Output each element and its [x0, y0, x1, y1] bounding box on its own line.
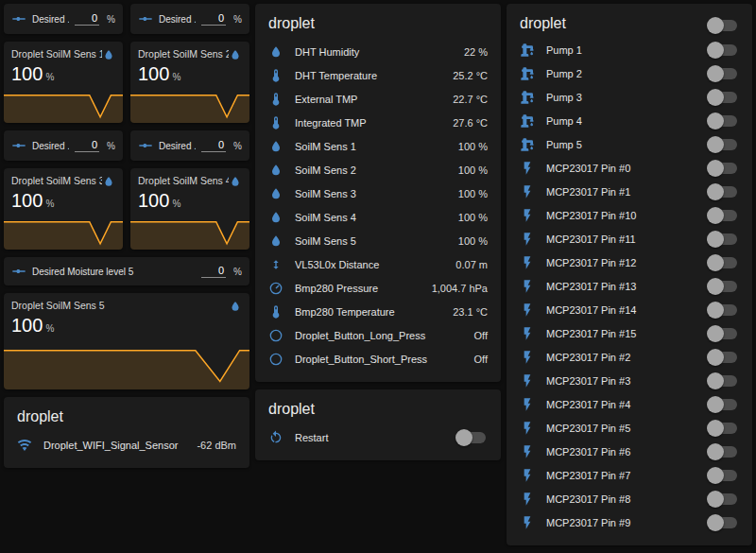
entity-value: 22 % [464, 46, 488, 58]
entity-name: DHT Temperature [295, 70, 441, 81]
flash-icon [520, 421, 535, 436]
toggle-switch[interactable] [709, 257, 737, 268]
entity-name: MCP23017 Pin #0 [546, 163, 697, 174]
entity-row[interactable]: DHT Temperature 25.2 °C [268, 63, 488, 87]
entity-row[interactable]: SoilM Sens 3 100 % [268, 181, 488, 205]
toggle-switch[interactable] [457, 432, 486, 443]
desired-value-input[interactable]: 0 [75, 12, 99, 26]
switch-row[interactable]: Pump 5 [520, 132, 739, 156]
entity-row[interactable]: Bmp280 Temperature 23.1 °C [268, 300, 488, 323]
toggle-switch[interactable] [709, 281, 737, 292]
desired-value-input[interactable]: 0 [201, 139, 226, 152]
circle-outline-icon [268, 352, 284, 367]
toggle-switch[interactable] [709, 139, 737, 150]
entity-row[interactable]: Droplet_Button_Short_Press Off [268, 347, 488, 371]
toggle-switch[interactable] [709, 233, 737, 245]
toggle-switch[interactable] [709, 210, 737, 221]
soilm-sensor-card-5[interactable]: Droplet SoilM Sens 5 100% [4, 293, 249, 389]
toggle-switch[interactable] [709, 44, 737, 56]
toggle-switch[interactable] [709, 163, 737, 174]
switch-row[interactable]: MCP23017 Pin #1 [520, 180, 739, 203]
toggle-switch[interactable] [709, 517, 737, 528]
desired-value-input[interactable]: 0 [201, 265, 226, 278]
switch-row[interactable]: MCP23017 Pin #11 [520, 227, 739, 251]
entity-name: MCP23017 Pin #4 [546, 399, 697, 410]
toggle-knob [707, 207, 724, 224]
switch-row[interactable]: Pump 3 [520, 85, 739, 109]
switch-row[interactable]: MCP23017 Pin #12 [520, 251, 739, 274]
entity-value: 100 % [458, 212, 488, 223]
sensor-value: 100% [4, 313, 249, 337]
sensor-row-2: Droplet SoilM Sens 3 100% Droplet SoilM … [4, 168, 249, 250]
switch-row[interactable]: Pump 4 [520, 109, 739, 132]
switch-row[interactable]: MCP23017 Pin #8 [520, 487, 739, 510]
entity-value: 100 % [458, 235, 488, 247]
switch-row[interactable]: Pump 1 [520, 38, 739, 61]
soilm-sensor-card-2[interactable]: Droplet SoilM Sens 2 100% [130, 42, 249, 123]
arrow-expand-vertical-icon [268, 257, 284, 272]
switch-row[interactable]: MCP23017 Pin #6 [520, 440, 739, 463]
entity-name: MCP23017 Pin #11 [546, 233, 697, 245]
toggle-switch[interactable] [709, 328, 737, 339]
desired-value-input[interactable]: 0 [75, 139, 99, 152]
toggle-switch[interactable] [709, 493, 737, 505]
switch-row[interactable]: MCP23017 Pin #0 [520, 156, 739, 180]
sensor-card-header: Droplet SoilM Sens 1 [4, 42, 123, 61]
soilm-sensor-card-4[interactable]: Droplet SoilM Sens 4 100% [130, 168, 249, 250]
toggle-switch[interactable] [709, 423, 737, 434]
entity-row[interactable]: Restart [268, 425, 488, 449]
desired-moisture-card-5: Desired Moisture level 5 0 % [4, 257, 249, 285]
switch-row[interactable]: MCP23017 Pin #3 [520, 369, 739, 392]
toggle-switch[interactable] [709, 470, 737, 481]
flash-icon [520, 184, 535, 199]
entity-row[interactable]: Droplet_Button_Long_Press Off [268, 323, 488, 347]
ray-vertex-icon [138, 11, 153, 26]
entity-row[interactable]: Droplet_WIFI_Signal_Sensor -62 dBm [17, 433, 236, 457]
entity-row[interactable]: SoilM Sens 4 100 % [268, 205, 488, 229]
toggle-switch[interactable] [709, 446, 737, 458]
sensor-row-1: Droplet SoilM Sens 1 100% Droplet SoilM … [4, 42, 249, 123]
toggle-switch[interactable] [709, 115, 737, 127]
entity-row[interactable]: External TMP 22.7 °C [268, 87, 488, 111]
toggle-switch[interactable] [709, 375, 737, 387]
desired-value-input[interactable]: 0 [201, 12, 226, 26]
entity-row[interactable]: SoilM Sens 5 100 % [268, 229, 488, 252]
switch-row[interactable]: MCP23017 Pin #5 [520, 416, 739, 440]
toggle-switch[interactable] [709, 68, 737, 79]
switch-row[interactable]: MCP23017 Pin #9 [520, 510, 739, 534]
entity-row[interactable]: Bmp280 Pressure 1,004.7 hPa [268, 276, 488, 300]
entity-row[interactable]: VL53L0x Distance 0.07 m [268, 252, 488, 276]
soilm-sensor-card-3[interactable]: Droplet SoilM Sens 3 100% [4, 168, 123, 250]
entity-name: External TMP [295, 94, 441, 105]
entity-row[interactable]: DHT Humidity 22 % [268, 40, 488, 63]
switch-row[interactable]: MCP23017 Pin #15 [520, 321, 739, 345]
droplet-switches-card: droplet Pump 1 Pump 2 [507, 4, 752, 545]
entity-row[interactable]: Integrated TMP 27.6 °C [268, 111, 488, 134]
switch-row[interactable]: MCP23017 Pin #13 [520, 274, 739, 298]
card-header: droplet [520, 13, 739, 38]
toggle-switch[interactable] [709, 92, 737, 103]
switch-row[interactable]: MCP23017 Pin #10 [520, 203, 739, 227]
switch-row[interactable]: MCP23017 Pin #2 [520, 345, 739, 369]
toggle-switch[interactable] [709, 352, 737, 363]
toggle-switch[interactable] [709, 186, 737, 198]
switch-row[interactable]: MCP23017 Pin #7 [520, 463, 739, 487]
entity-name: MCP23017 Pin #5 [546, 423, 697, 434]
entity-name: Pump 3 [546, 92, 697, 103]
toggle-switch[interactable] [709, 399, 737, 410]
entity-row[interactable]: SoilM Sens 2 100 % [268, 158, 488, 181]
switch-row[interactable]: Pump 2 [520, 61, 739, 85]
desired-moisture-card-2: Desired ... 0 % [130, 4, 249, 34]
switch-row[interactable]: MCP23017 Pin #4 [520, 392, 739, 416]
toggle-knob [707, 491, 724, 508]
toggle-switch[interactable] [709, 304, 737, 316]
toggle-knob [707, 514, 724, 531]
water-icon [102, 175, 115, 188]
soilm-sensor-card-1[interactable]: Droplet SoilM Sens 1 100% [4, 42, 123, 123]
entity-row[interactable]: SoilM Sens 1 100 % [268, 134, 488, 158]
header-toggle-switch[interactable] [709, 20, 737, 31]
switch-list: Pump 1 Pump 2 Pump 3 [520, 38, 739, 534]
entity-name: MCP23017 Pin #12 [546, 257, 697, 268]
entity-name: MCP23017 Pin #13 [546, 281, 697, 292]
switch-row[interactable]: MCP23017 Pin #14 [520, 298, 739, 321]
